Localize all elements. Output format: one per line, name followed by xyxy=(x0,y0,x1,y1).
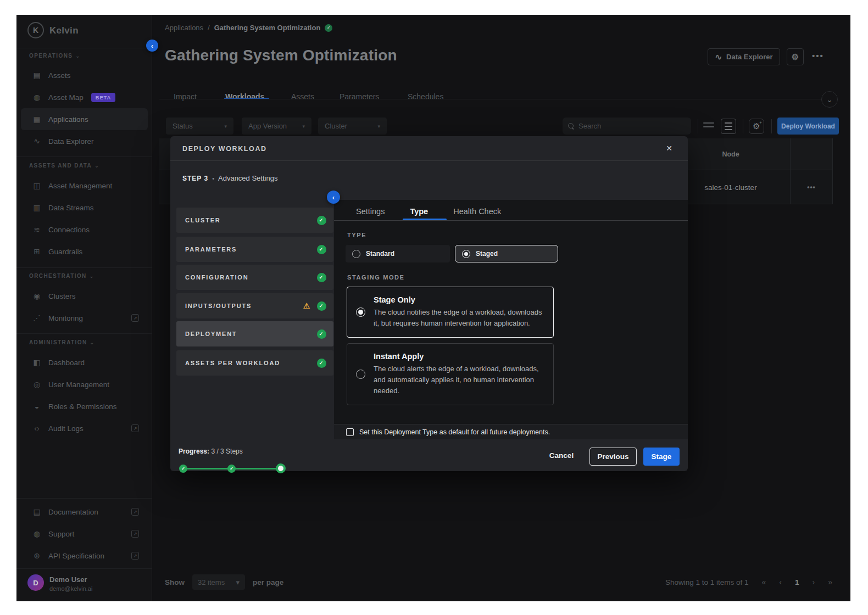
tab-parameters[interactable]: Parameters xyxy=(340,92,379,101)
progress-step-done-icon: ✓ xyxy=(179,465,187,473)
sidebar-item-data-explorer[interactable]: ∿Data Explorer xyxy=(16,130,152,152)
chevron-down-icon: ⌄ xyxy=(94,163,99,169)
sidebar-item-roles-permissions[interactable]: ◒Roles & Permissions xyxy=(16,395,152,417)
more-actions-button[interactable]: ••• xyxy=(812,51,824,60)
next-page-button[interactable]: › xyxy=(813,578,815,586)
sidebar-collapse-button[interactable]: ‹ xyxy=(146,40,158,52)
panel-tab-settings[interactable]: Settings xyxy=(356,207,385,216)
divider xyxy=(743,119,743,133)
cell-node: sales-01-cluster xyxy=(698,183,764,192)
sidebar-section-assets-and-data[interactable]: ASSETS AND DATA⌄ xyxy=(29,163,99,169)
step-card-deployment[interactable]: DEPLOYMENT✓ xyxy=(176,321,333,346)
cancel-button[interactable]: Cancel xyxy=(546,451,577,460)
detailed-view-toggle[interactable] xyxy=(721,119,736,134)
lifebuoy-icon: ◍ xyxy=(32,529,42,538)
settings-button[interactable]: ⚙ xyxy=(787,48,804,65)
column-divider xyxy=(790,138,791,204)
sidebar-item-monitoring[interactable]: ⋰Monitoring↗ xyxy=(16,307,152,329)
sidebar-item-documentation[interactable]: ▤Documentation↗ xyxy=(16,501,152,523)
option-description: The cloud notifies the edge of a workloa… xyxy=(374,307,544,329)
filter-status[interactable]: Status▾ xyxy=(166,118,233,135)
type-option-staged[interactable]: Staged xyxy=(455,245,558,262)
sidebar-item-guardrails[interactable]: ⊞Guardrails xyxy=(16,241,152,262)
caret-down-icon: ▾ xyxy=(224,124,227,129)
users-icon: ◎ xyxy=(32,380,42,389)
tab-schedules[interactable]: Schedules xyxy=(408,92,443,101)
row-actions-button[interactable]: ••• xyxy=(790,183,833,191)
sidebar-item-asset-management[interactable]: ◫Asset Management xyxy=(16,175,152,197)
default-deployment-checkbox[interactable] xyxy=(346,428,354,436)
stage-button[interactable]: Stage xyxy=(643,448,680,466)
sidebar-item-api-specification[interactable]: ⊕API Specification↗ xyxy=(16,545,152,567)
user-gear-icon: ◒ xyxy=(32,402,42,411)
step-card-inputs-outputs[interactable]: INPUTS/OUTPUTS⚠✓ xyxy=(176,293,333,318)
data-explorer-button[interactable]: ∿ Data Explorer xyxy=(708,48,780,65)
divider xyxy=(16,333,152,334)
page-size-select[interactable]: 32 items▾ xyxy=(192,574,245,590)
staging-option-stage-only[interactable]: Stage Only The cloud notifies the edge o… xyxy=(347,287,554,338)
sidebar-item-connections[interactable]: ≋Connections xyxy=(16,219,152,241)
sidebar-item-dashboard[interactable]: ◧Dashboard xyxy=(16,351,152,373)
sidebar-item-data-streams[interactable]: ▥Data Streams xyxy=(16,197,152,219)
collapse-steps-button[interactable]: ‹ xyxy=(327,191,340,204)
first-page-button[interactable]: « xyxy=(762,578,766,586)
step-card-parameters[interactable]: PARAMETERS✓ xyxy=(176,237,333,262)
chevron-down-icon: ⌄ xyxy=(827,96,833,104)
panel-tab-health-check[interactable]: Health Check xyxy=(453,207,501,216)
check-icon: ✓ xyxy=(317,301,326,311)
filter-cluster[interactable]: Cluster▾ xyxy=(318,118,387,135)
divider xyxy=(334,220,688,221)
table-settings-button[interactable]: ⚙+ xyxy=(749,119,764,134)
current-page[interactable]: 1 xyxy=(795,578,799,586)
type-option-standard[interactable]: Standard xyxy=(346,245,450,262)
page-size-controls: Show 32 items▾ per page xyxy=(165,574,283,590)
previous-page-button[interactable]: ‹ xyxy=(779,578,782,586)
staging-option-instant-apply[interactable]: Instant Apply The cloud alerts the edge … xyxy=(347,343,554,405)
sidebar-item-asset-map[interactable]: ◍Asset MapBETA xyxy=(16,86,152,108)
collapse-header-button[interactable]: ⌄ xyxy=(821,91,838,108)
divider xyxy=(159,99,821,99)
sidebar-section-orchestration[interactable]: ORCHESTRATION⌄ xyxy=(29,273,94,279)
radio-icon xyxy=(356,370,365,379)
tab-assets[interactable]: Assets xyxy=(291,92,314,101)
data-streams-icon: ▥ xyxy=(32,203,42,212)
asset-map-icon: ◍ xyxy=(32,93,42,102)
step-card-cluster[interactable]: CLUSTER✓ xyxy=(176,208,333,233)
column-header-node: Node xyxy=(698,150,764,158)
default-deployment-row: Set this Deployment Type as default for … xyxy=(334,424,688,439)
check-icon: ✓ xyxy=(317,359,326,368)
sidebar-item-audit-logs[interactable]: ‹›Audit Logs↗ xyxy=(16,417,152,439)
guardrails-icon: ⊞ xyxy=(32,247,42,256)
caret-down-icon: ▾ xyxy=(302,124,305,129)
breadcrumb-root[interactable]: Applications xyxy=(165,24,203,32)
step-card-configuration[interactable]: CONFIGURATION✓ xyxy=(176,265,333,290)
panel-tab-type[interactable]: Type xyxy=(410,207,428,216)
step-label: STEP 3 xyxy=(182,175,208,182)
progress-step-current-icon xyxy=(276,463,286,473)
search-box xyxy=(563,118,691,135)
deploy-workload-button[interactable]: Deploy Workload xyxy=(777,118,839,135)
chevron-down-icon: ⌄ xyxy=(75,53,80,59)
sidebar-item-user-management[interactable]: ◎User Management xyxy=(16,373,152,395)
assets-icon: ▤ xyxy=(32,71,42,80)
sidebar-section-administration[interactable]: ADMINISTRATION⌄ xyxy=(29,339,94,345)
sidebar-section-operations[interactable]: OPERATIONS⌄ xyxy=(29,53,80,59)
sidebar-item-assets[interactable]: ▤Assets xyxy=(16,64,152,86)
sidebar-item-clusters[interactable]: ◉Clusters xyxy=(16,285,152,307)
filter-app-version[interactable]: App Version▾ xyxy=(242,118,311,135)
tab-impact[interactable]: Impact xyxy=(174,92,197,101)
status-check-icon: ✓ xyxy=(325,24,332,32)
last-page-button[interactable]: » xyxy=(828,578,832,586)
step-card-assets-per-workload[interactable]: ASSETS PER WORKLOAD✓ xyxy=(176,350,333,376)
breadcrumb-separator: / xyxy=(208,24,210,32)
avatar[interactable]: D xyxy=(27,574,44,591)
kelvin-logo-icon: K xyxy=(27,22,44,38)
sidebar-item-support[interactable]: ◍Support↗ xyxy=(16,523,152,545)
compact-view-toggle[interactable] xyxy=(703,122,714,130)
sidebar-item-applications[interactable]: ▦Applications xyxy=(21,108,148,130)
connections-icon: ≋ xyxy=(32,225,42,234)
search-input[interactable] xyxy=(578,122,686,130)
previous-button[interactable]: Previous xyxy=(589,448,637,466)
close-button[interactable]: ✕ xyxy=(664,143,675,154)
tab-workloads[interactable]: Workloads xyxy=(225,92,264,101)
